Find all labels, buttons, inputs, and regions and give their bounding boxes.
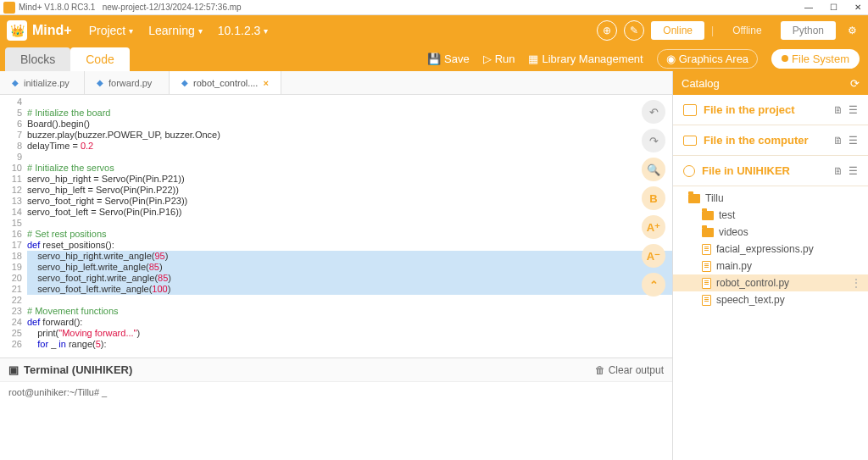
run-label: Run [495,53,515,65]
tree-item-label: speech_text.py [716,294,785,306]
tree-item-facial_expressions.py[interactable]: facial_expressions.py [673,241,868,258]
tree-item-test[interactable]: test [673,207,868,224]
more-icon[interactable]: ⋮ [851,277,861,289]
bullet-icon: ◆ [97,78,103,87]
library-button[interactable]: ▦ Library Management [528,53,643,65]
new-file-icon[interactable]: 🗎 [833,165,843,177]
run-button[interactable]: ▷ Run [483,53,515,65]
tree-item-videos[interactable]: videos [673,224,868,241]
file-tab-label: robot_control.... [193,78,258,88]
cat-project-label: File in the project [704,103,826,116]
clear-output-button[interactable]: 🗑 Clear output [595,364,664,376]
folder-icon [683,104,697,116]
topbar-right: ⊕ ✎ Online | Offline Python ⚙ [597,20,861,41]
side-pane: Catalog ⟳ File in the project 🗎 ☰ File i… [673,71,868,460]
folder-icon [702,228,714,237]
float-tool-4[interactable]: A⁺ [642,215,665,239]
save-label: Save [444,53,470,65]
refresh-icon[interactable]: ⟳ [850,77,860,90]
catalog-header: Catalog ⟳ [673,71,868,95]
cat-unihiker-label: File in UNIHIKER [702,164,826,177]
cat-section-project[interactable]: File in the project 🗎 ☰ [673,95,868,125]
new-file-icon[interactable]: 🗎 [833,104,843,116]
file-tab-label: initialize.py [24,78,70,88]
ip-label: 10.1.2.3 [218,24,261,37]
cat-section-unihiker[interactable]: File in UNIHIKER 🗎 ☰ [673,156,868,186]
menu-icon[interactable]: ☰ [849,104,858,116]
tree-item-label: facial_expressions.py [716,243,814,255]
terminal-prompt: root@unihiker:~/Tillu# _ [8,387,107,397]
graphics-icon: ◉ [666,53,676,65]
save-button[interactable]: 💾 Save [427,53,470,65]
cat-section-computer[interactable]: File in the computer 🗎 ☰ [673,125,868,156]
app-icon [3,2,15,14]
settings-gear-icon[interactable]: ⚙ [843,21,861,40]
chip-icon [683,165,695,177]
menu-learning-label: Learning [148,24,195,37]
line-gutter: 4567891011121314151617181920212223242526 [0,95,27,357]
float-tool-6[interactable]: ⌃ [642,273,665,297]
bullet-icon: ◆ [181,78,188,87]
file-tab-0[interactable]: ◆initialize.py [0,71,85,94]
library-icon: ▦ [528,53,538,65]
graphics-button[interactable]: ◉ Graphics Area [657,49,758,69]
file-tab-2[interactable]: ◆robot_control....× [170,71,281,94]
tree-item-main.py[interactable]: main.py [673,258,868,274]
mode-offline-button[interactable]: Offline [721,21,773,40]
dot-icon [782,55,788,62]
tree-item-robot_control.py[interactable]: robot_control.py⋮ [673,274,868,291]
round-btn-1[interactable]: ⊕ [597,20,617,41]
float-tool-1[interactable]: ↷ [642,129,665,152]
menu-ip[interactable]: 10.1.2.3▾ [218,24,269,37]
tab-blocks[interactable]: Blocks [5,47,70,71]
filesystem-label: File System [792,53,849,65]
graphics-label: Graphics Area [679,53,748,65]
library-label: Library Management [542,53,643,65]
menu-project[interactable]: Project▾ [89,24,134,37]
terminal-icon: ▣ [8,363,19,376]
float-tools: ↶↷🔍BA⁺A⁻⌃ [642,100,665,297]
main-area: ◆initialize.py◆forward.py◆robot_control.… [0,71,868,460]
action-bar: 💾 Save ▷ Run ▦ Library Management ◉ Grap… [427,46,868,71]
float-tool-2[interactable]: 🔍 [642,158,665,181]
code-content[interactable]: # Initialize the boardBoard().begin()buz… [27,95,672,357]
titlebar-text: Mind+ V1.8.0 RC3.1 new-project-12/13/202… [19,3,801,12]
terminal-title-text: Terminal (UNIHIKER) [24,363,132,376]
file-tab-1[interactable]: ◆forward.py [85,71,170,94]
tab-code[interactable]: Code [70,47,129,71]
code-area[interactable]: 4567891011121314151617181920212223242526… [0,95,672,357]
app-version: Mind+ V1.8.0 RC3.1 [19,3,95,12]
window-titlebar: Mind+ V1.8.0 RC3.1 new-project-12/13/202… [0,0,868,15]
file-tabs: ◆initialize.py◆forward.py◆robot_control.… [0,71,672,95]
menu-icon[interactable]: ☰ [849,135,858,147]
float-tool-5[interactable]: A⁻ [642,244,665,268]
new-file-icon[interactable]: 🗎 [833,135,843,147]
tree-item-Tillu[interactable]: Tillu [673,190,868,207]
logo: 👑 Mind+ [7,20,72,41]
clear-label: Clear output [609,364,664,376]
logo-icon: 👑 [7,20,27,41]
float-tool-0[interactable]: ↶ [642,100,665,124]
terminal-header: ▣ Terminal (UNIHIKER) 🗑 Clear output [0,358,672,382]
python-button[interactable]: Python [781,21,836,40]
menu-learning[interactable]: Learning▾ [148,24,203,37]
terminal-body[interactable]: root@unihiker:~/Tillu# _ [0,382,672,460]
filesystem-button[interactable]: File System [771,49,860,69]
round-btn-2[interactable]: ✎ [624,20,644,41]
file-tab-label: forward.py [108,78,152,88]
menu-icon[interactable]: ☰ [849,165,858,177]
tree-item-speech_text.py[interactable]: speech_text.py [673,291,868,308]
minimize-button[interactable]: — [801,3,816,12]
chevron-down-icon: ▾ [129,26,133,36]
mode-online-button[interactable]: Online [651,21,704,40]
float-tool-3[interactable]: B [642,186,665,210]
close-tab-icon[interactable]: × [263,78,268,88]
monitor-icon [683,136,697,146]
tree-item-label: test [719,209,735,221]
maximize-button[interactable]: ☐ [826,3,841,12]
play-icon: ▷ [483,53,492,65]
folder-icon [702,211,714,220]
terminal-section: ▣ Terminal (UNIHIKER) 🗑 Clear output roo… [0,357,672,460]
close-button[interactable]: ✕ [851,3,865,12]
tree-item-label: main.py [716,260,752,272]
